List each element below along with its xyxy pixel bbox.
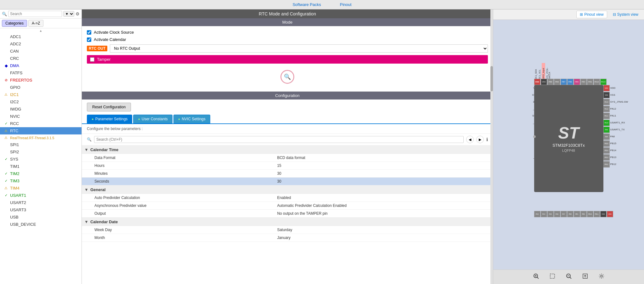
sidebar-item-usb-device[interactable]: USB_DEVICE [0, 221, 82, 228]
pin-pb2[interactable]: PB2 [580, 211, 587, 217]
sidebar-item-spi1[interactable]: SPI1 [0, 141, 82, 148]
fit-view-button[interactable] [547, 272, 558, 282]
sidebar-item-sys[interactable]: ✓ SYS [0, 156, 82, 163]
pin-pa14[interactable]: PA14 [600, 79, 607, 85]
section-calendar-time[interactable]: ▼Calendar Time [82, 145, 493, 154]
pin-pa5[interactable]: PA5 [547, 211, 554, 217]
pin-pb12[interactable]: PB12 [603, 161, 610, 168]
tab-parameter-settings[interactable]: ● Parameter Settings [87, 115, 132, 123]
section-general[interactable]: ▼General [82, 185, 493, 194]
param-row-month[interactable]: Month January [82, 234, 493, 242]
pin-vss-top[interactable]: VSS [541, 79, 547, 85]
system-view-tab[interactable]: ⊟ System view [610, 11, 641, 18]
sidebar-item-tim2[interactable]: ✓ TIM2 [0, 170, 82, 177]
sidebar-item-spi2[interactable]: SPI2 [0, 148, 82, 156]
sidebar-item-crc[interactable]: CRC [0, 55, 82, 62]
prev-nav-button[interactable]: ◀ [466, 136, 474, 143]
sidebar-item-can[interactable]: CAN [0, 48, 82, 55]
sidebar-item-rcc[interactable]: ✓ RCC [0, 120, 82, 127]
pin-pa6[interactable]: PA6 [554, 211, 560, 217]
param-row-auto-predivider[interactable]: Auto Predivider Calculation Enabled [82, 194, 493, 202]
sidebar-item-usart3[interactable]: USART3 [0, 206, 82, 213]
sidebar-item-nvic[interactable]: NVIC [0, 113, 82, 120]
sidebar-item-usb[interactable]: USB [0, 213, 82, 221]
pin-pb13[interactable]: PB13 [603, 154, 610, 161]
activate-clock-checkbox[interactable] [87, 30, 91, 35]
rtc-out-select[interactable]: No RTC Output RTC Output on PC13 512Hz 1… [110, 44, 488, 53]
pin-pb6[interactable]: PB6 [567, 79, 573, 85]
sidebar-filter-select[interactable]: ▼ [63, 11, 74, 17]
pin-pb15[interactable]: PB15 [603, 140, 610, 147]
pin-pb7[interactable]: PB7 [561, 79, 567, 85]
pin-pb4[interactable]: PB4 [580, 79, 587, 85]
pin-pa13[interactable]: PA13 [603, 99, 610, 105]
config-search-input[interactable] [94, 136, 464, 143]
sidebar-item-tim3[interactable]: ✓ TIM3 [0, 177, 82, 185]
next-nav-button[interactable]: ▶ [476, 136, 484, 143]
tamper-checkbox[interactable] [90, 57, 94, 62]
pinout-link[interactable]: Pinout [340, 2, 352, 7]
sidebar-item-dma[interactable]: ◆ DMA [0, 62, 82, 69]
reset-config-button[interactable]: Reset Configuration [87, 103, 131, 111]
pin-pb0[interactable]: PB0 [567, 211, 573, 217]
pin-pa9[interactable]: PA9 [603, 127, 610, 133]
section-calendar-date[interactable]: ▼Calendar Date [82, 218, 493, 226]
sidebar-item-gpio[interactable]: GPIO [0, 84, 82, 91]
sidebar-item-i2c2[interactable]: I2C2 [0, 98, 82, 105]
software-packs-link[interactable]: Software Packs [292, 2, 321, 7]
sidebar-item-tim4[interactable]: ⚠ TIM4 [0, 185, 82, 192]
sidebar-item-fatfs[interactable]: FATFS [0, 69, 82, 77]
sidebar-gear-button[interactable]: ⚙ [76, 11, 80, 16]
param-row-seconds[interactable]: Seconds 30 [82, 178, 493, 185]
sidebar-item-rtc[interactable]: ⚠ RTC [0, 127, 82, 134]
zoom-out-button[interactable] [563, 272, 574, 282]
pin-pa11[interactable]: PA11 [603, 113, 610, 119]
param-row-week-day[interactable]: Week Day Saturday [82, 226, 493, 234]
tab-user-constants[interactable]: ● User Constants [133, 115, 172, 123]
settings-tool-button[interactable] [596, 272, 607, 282]
pin-vdd-right[interactable]: VDD [603, 85, 610, 91]
pin-pa3[interactable]: PA3 [534, 211, 540, 217]
sidebar-item-i2c1[interactable]: ⚠ I2C1 [0, 91, 82, 98]
pin-pb14[interactable]: PB14 [603, 147, 610, 154]
pin-pa12[interactable]: PA12 [603, 106, 610, 112]
param-row-hours[interactable]: Hours 15 [82, 162, 493, 170]
param-row-data-format[interactable]: Data Format BCD data format [82, 154, 493, 162]
pin-vdd-bottom[interactable]: VDD [607, 211, 613, 217]
pin-pb8[interactable]: PB8 [547, 79, 554, 85]
param-row-minutes[interactable]: Minutes 30 [82, 170, 493, 178]
sidebar-item-usart2[interactable]: USART2 [0, 199, 82, 206]
tab-nvic-settings[interactable]: ● NVIC Settings [173, 115, 210, 123]
sidebar-item-realthread[interactable]: ⚠ RealThread.RT-Thread.3.1.5 [0, 134, 82, 141]
pin-pb1[interactable]: PB1 [574, 211, 580, 217]
export-button[interactable] [579, 272, 591, 282]
sidebar-item-adc2[interactable]: ADC2 [0, 40, 82, 48]
sidebar-item-iwdg[interactable]: IWDG [0, 105, 82, 113]
mode-search-icon[interactable]: 🔍 [280, 70, 294, 84]
sidebar-item-usart1[interactable]: ✓ USART1 [0, 192, 82, 199]
param-row-async-predivider[interactable]: Asynchronous Predivider value Automatic … [82, 202, 493, 210]
param-row-output[interactable]: Output No output on the TAMPER pin [82, 210, 493, 218]
sidebar-item-adc1[interactable]: ADC1 [0, 33, 82, 40]
sidebar-item-freertos[interactable]: ⊘ FREERTOS [0, 77, 82, 84]
activate-calendar-checkbox[interactable] [87, 37, 91, 42]
info-button[interactable]: ℹ [486, 137, 488, 142]
pin-pb5[interactable]: PB5 [574, 79, 580, 85]
pin-pa15[interactable]: PA15 [594, 79, 600, 85]
pinout-view-tab[interactable]: ⊞ Pinout view [576, 11, 607, 18]
tab-categories[interactable]: Categories [2, 20, 27, 27]
pin-pb9[interactable]: PB9 [554, 79, 560, 85]
pin-vss-bottom[interactable]: VSS [600, 211, 607, 217]
tab-az[interactable]: A->Z [28, 20, 43, 27]
pin-pb3[interactable]: PB3 [587, 79, 593, 85]
pin-pa10[interactable]: PA10 [603, 120, 610, 126]
pin-pa4[interactable]: PA4 [541, 211, 547, 217]
pin-pb10[interactable]: PB10 [587, 211, 593, 217]
zoom-in-button[interactable] [530, 272, 542, 282]
pin-vdd-top[interactable]: VDD [534, 79, 540, 85]
sidebar-search-input[interactable] [8, 11, 62, 17]
pin-pa7[interactable]: PA7 [561, 211, 567, 217]
pin-pa8[interactable]: PA8 [603, 133, 610, 140]
sidebar-item-tim1[interactable]: TIM1 [0, 163, 82, 170]
pin-pb11[interactable]: PB11 [594, 211, 600, 217]
